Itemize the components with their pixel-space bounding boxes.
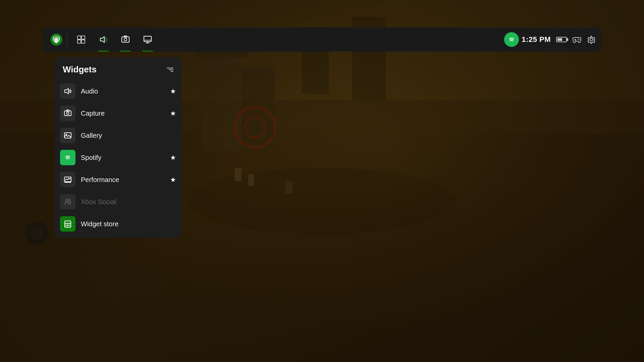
- widget-item-spotify[interactable]: Spotify ★: [55, 146, 181, 169]
- gear-icon[interactable]: [587, 35, 596, 44]
- spotify-widget-label: Spotify: [81, 154, 165, 162]
- svg-rect-17: [77, 36, 81, 39]
- widgets-panel: Widgets Audio ★: [55, 57, 181, 238]
- svg-rect-22: [122, 37, 129, 42]
- social-widget-label: Xbox Social: [81, 198, 176, 206]
- display-underline: [142, 51, 153, 52]
- capture-underline: [120, 51, 131, 52]
- capture-widget-label: Capture: [81, 110, 165, 117]
- widget-item-gallery[interactable]: Gallery: [55, 124, 181, 146]
- performance-widget-icon: [64, 176, 72, 184]
- svg-marker-35: [65, 88, 68, 94]
- nav-item-multiwindow[interactable]: [70, 27, 92, 52]
- audio-widget-label: Audio: [81, 87, 165, 95]
- filter-button[interactable]: [167, 68, 173, 72]
- store-widget-icon-wrap: [60, 216, 75, 232]
- capture-star[interactable]: ★: [170, 109, 176, 117]
- controller-icon: [572, 36, 582, 43]
- performance-star[interactable]: ★: [170, 176, 176, 184]
- store-widget-label: Widget store: [81, 220, 176, 228]
- svg-marker-21: [100, 37, 104, 43]
- widget-item-xbox-social[interactable]: Xbox Social: [55, 191, 181, 213]
- spotify-widget-icon-wrap: [60, 150, 75, 165]
- nav-item-capture[interactable]: [114, 27, 137, 52]
- performance-widget-icon-wrap: [60, 172, 75, 187]
- audio-underline: [98, 51, 109, 52]
- gallery-widget-label: Gallery: [81, 132, 176, 139]
- widget-item-store[interactable]: Widget store: [55, 213, 181, 235]
- xbox-logo-icon: [50, 34, 62, 46]
- audio-widget-icon: [64, 87, 72, 95]
- svg-point-33: [579, 40, 580, 41]
- svg-rect-20: [82, 40, 85, 43]
- widgets-title: Widgets: [63, 64, 97, 75]
- store-widget-icon: [64, 220, 72, 228]
- svg-point-23: [124, 38, 127, 41]
- svg-point-44: [66, 199, 68, 202]
- capture-widget-icon: [64, 109, 72, 117]
- svg-point-37: [67, 112, 69, 115]
- spotify-button[interactable]: [504, 32, 519, 47]
- audio-star[interactable]: ★: [170, 87, 176, 95]
- topbar-nav: [70, 27, 501, 52]
- capture-widget-icon-wrap: [60, 106, 75, 121]
- widget-item-capture[interactable]: Capture ★: [55, 102, 181, 124]
- clock: 1:25 PM: [522, 35, 551, 44]
- widgets-header: Widgets: [55, 57, 181, 80]
- widget-item-audio[interactable]: Audio ★: [55, 80, 181, 102]
- svg-rect-25: [144, 36, 151, 42]
- battery-indicator: [556, 37, 567, 42]
- gallery-widget-icon-wrap: [60, 128, 75, 143]
- xbox-logo[interactable]: [48, 32, 64, 48]
- svg-rect-36: [64, 111, 71, 116]
- svg-rect-19: [77, 40, 81, 43]
- svg-point-32: [578, 39, 579, 40]
- audio-nav-icon: [99, 35, 108, 44]
- nav-item-display[interactable]: [137, 27, 159, 52]
- spotify-widget-icon: [63, 153, 72, 162]
- nav-item-audio[interactable]: [92, 27, 114, 52]
- display-nav-icon: [143, 35, 152, 44]
- battery-fill: [557, 38, 562, 41]
- multiwindow-icon: [77, 35, 86, 44]
- topbar: 1:25 PM: [43, 27, 601, 52]
- topbar-right: 1:25 PM: [522, 35, 596, 44]
- svg-rect-18: [82, 36, 85, 39]
- capture-nav-icon: [121, 35, 130, 44]
- svg-point-34: [590, 38, 593, 41]
- filter-icon: [167, 68, 173, 72]
- svg-point-45: [68, 199, 70, 201]
- spotify-star[interactable]: ★: [170, 154, 176, 162]
- social-widget-icon-wrap: [60, 194, 75, 209]
- social-widget-icon: [64, 198, 72, 206]
- spotify-icon: [507, 35, 516, 44]
- performance-widget-label: Performance: [81, 176, 165, 184]
- widget-item-performance[interactable]: Performance ★: [55, 169, 181, 191]
- topbar-divider: [67, 33, 67, 46]
- audio-widget-icon-wrap: [60, 83, 75, 99]
- gallery-widget-icon: [64, 131, 72, 139]
- svg-point-16: [54, 37, 59, 43]
